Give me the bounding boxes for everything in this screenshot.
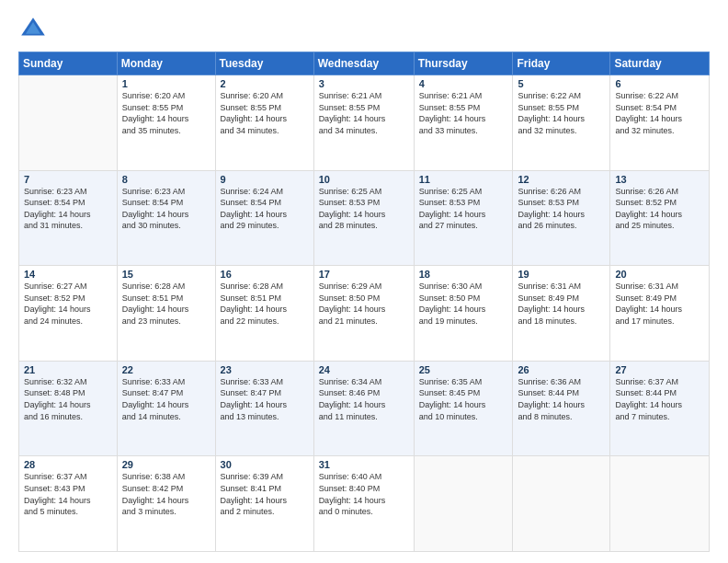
day-info: Sunrise: 6:25 AM Sunset: 8:53 PM Dayligh… (419, 186, 508, 232)
day-info: Sunrise: 6:33 AM Sunset: 8:47 PM Dayligh… (221, 376, 309, 422)
calendar-cell: 5Sunrise: 6:22 AM Sunset: 8:55 PM Daylig… (513, 75, 610, 171)
day-info: Sunrise: 6:28 AM Sunset: 8:51 PM Dayligh… (221, 281, 309, 327)
day-info: Sunrise: 6:34 AM Sunset: 8:46 PM Dayligh… (319, 376, 409, 422)
day-number: 11 (419, 174, 508, 185)
day-of-week-header: Saturday (610, 52, 710, 75)
logo-icon (18, 15, 48, 44)
calendar-cell: 14Sunrise: 6:27 AM Sunset: 8:52 PM Dayli… (19, 266, 118, 362)
day-info: Sunrise: 6:20 AM Sunset: 8:55 PM Dayligh… (122, 90, 210, 136)
day-info: Sunrise: 6:31 AM Sunset: 8:49 PM Dayligh… (615, 281, 704, 327)
day-of-week-header: Sunday (19, 52, 118, 75)
day-number: 6 (615, 78, 704, 89)
calendar-cell (414, 456, 513, 552)
day-number: 20 (615, 269, 704, 280)
calendar-cell: 27Sunrise: 6:37 AM Sunset: 8:44 PM Dayli… (610, 361, 710, 456)
calendar-cell: 13Sunrise: 6:26 AM Sunset: 8:52 PM Dayli… (610, 170, 710, 266)
calendar-cell: 1Sunrise: 6:20 AM Sunset: 8:55 PM Daylig… (117, 75, 215, 171)
day-of-week-header: Thursday (414, 52, 513, 75)
day-number: 12 (518, 174, 605, 185)
day-info: Sunrise: 6:21 AM Sunset: 8:55 PM Dayligh… (419, 90, 508, 136)
logo (18, 15, 51, 44)
day-number: 14 (24, 269, 112, 280)
day-number: 16 (221, 269, 309, 280)
day-number: 29 (122, 459, 210, 470)
day-number: 2 (221, 78, 309, 89)
day-number: 7 (24, 174, 112, 185)
day-info: Sunrise: 6:28 AM Sunset: 8:51 PM Dayligh… (122, 281, 210, 327)
calendar-cell (610, 456, 710, 552)
day-number: 8 (122, 174, 210, 185)
calendar-cell: 11Sunrise: 6:25 AM Sunset: 8:53 PM Dayli… (414, 170, 513, 266)
calendar-cell (19, 75, 118, 171)
day-number: 21 (24, 364, 112, 375)
calendar-cell: 30Sunrise: 6:39 AM Sunset: 8:41 PM Dayli… (215, 456, 313, 552)
calendar-cell: 22Sunrise: 6:33 AM Sunset: 8:47 PM Dayli… (117, 361, 215, 456)
day-number: 9 (221, 174, 309, 185)
day-number: 17 (319, 269, 409, 280)
calendar-cell: 24Sunrise: 6:34 AM Sunset: 8:46 PM Dayli… (313, 361, 414, 456)
day-info: Sunrise: 6:24 AM Sunset: 8:54 PM Dayligh… (221, 186, 309, 232)
day-info: Sunrise: 6:39 AM Sunset: 8:41 PM Dayligh… (221, 471, 309, 517)
calendar-cell: 16Sunrise: 6:28 AM Sunset: 8:51 PM Dayli… (215, 266, 313, 362)
day-info: Sunrise: 6:40 AM Sunset: 8:40 PM Dayligh… (319, 471, 409, 517)
calendar-week-row: 21Sunrise: 6:32 AM Sunset: 8:48 PM Dayli… (19, 361, 710, 456)
calendar-cell: 12Sunrise: 6:26 AM Sunset: 8:53 PM Dayli… (513, 170, 610, 266)
calendar-week-row: 14Sunrise: 6:27 AM Sunset: 8:52 PM Dayli… (19, 266, 710, 362)
calendar-cell: 8Sunrise: 6:23 AM Sunset: 8:54 PM Daylig… (117, 170, 215, 266)
day-number: 4 (419, 78, 508, 89)
day-info: Sunrise: 6:36 AM Sunset: 8:44 PM Dayligh… (518, 376, 605, 422)
calendar-cell (513, 456, 610, 552)
day-number: 27 (615, 364, 704, 375)
day-info: Sunrise: 6:31 AM Sunset: 8:49 PM Dayligh… (518, 281, 605, 327)
day-number: 19 (518, 269, 605, 280)
day-info: Sunrise: 6:32 AM Sunset: 8:48 PM Dayligh… (24, 376, 112, 422)
day-number: 26 (518, 364, 605, 375)
day-info: Sunrise: 6:38 AM Sunset: 8:42 PM Dayligh… (122, 471, 210, 517)
day-of-week-header: Friday (513, 52, 610, 75)
day-number: 24 (319, 364, 409, 375)
day-info: Sunrise: 6:21 AM Sunset: 8:55 PM Dayligh… (319, 90, 409, 136)
calendar-week-row: 28Sunrise: 6:37 AM Sunset: 8:43 PM Dayli… (19, 456, 710, 552)
calendar-cell: 17Sunrise: 6:29 AM Sunset: 8:50 PM Dayli… (313, 266, 414, 362)
calendar-cell: 10Sunrise: 6:25 AM Sunset: 8:53 PM Dayli… (313, 170, 414, 266)
day-info: Sunrise: 6:20 AM Sunset: 8:55 PM Dayligh… (221, 90, 309, 136)
calendar-cell: 26Sunrise: 6:36 AM Sunset: 8:44 PM Dayli… (513, 361, 610, 456)
day-info: Sunrise: 6:35 AM Sunset: 8:45 PM Dayligh… (419, 376, 508, 422)
calendar-cell: 3Sunrise: 6:21 AM Sunset: 8:55 PM Daylig… (313, 75, 414, 171)
day-number: 15 (122, 269, 210, 280)
day-number: 13 (615, 174, 704, 185)
day-info: Sunrise: 6:37 AM Sunset: 8:44 PM Dayligh… (615, 376, 704, 422)
day-of-week-header: Tuesday (215, 52, 313, 75)
day-info: Sunrise: 6:23 AM Sunset: 8:54 PM Dayligh… (122, 186, 210, 232)
calendar-cell: 15Sunrise: 6:28 AM Sunset: 8:51 PM Dayli… (117, 266, 215, 362)
day-info: Sunrise: 6:22 AM Sunset: 8:55 PM Dayligh… (518, 90, 605, 136)
day-number: 1 (122, 78, 210, 89)
calendar-cell: 19Sunrise: 6:31 AM Sunset: 8:49 PM Dayli… (513, 266, 610, 362)
calendar-cell: 28Sunrise: 6:37 AM Sunset: 8:43 PM Dayli… (19, 456, 118, 552)
day-number: 25 (419, 364, 508, 375)
day-info: Sunrise: 6:33 AM Sunset: 8:47 PM Dayligh… (122, 376, 210, 422)
page: SundayMondayTuesdayWednesdayThursdayFrid… (0, 0, 728, 563)
day-info: Sunrise: 6:37 AM Sunset: 8:43 PM Dayligh… (24, 471, 112, 517)
day-number: 28 (24, 459, 112, 470)
day-info: Sunrise: 6:22 AM Sunset: 8:54 PM Dayligh… (615, 90, 704, 136)
header (18, 15, 710, 44)
calendar-cell: 23Sunrise: 6:33 AM Sunset: 8:47 PM Dayli… (215, 361, 313, 456)
day-info: Sunrise: 6:26 AM Sunset: 8:53 PM Dayligh… (518, 186, 605, 232)
calendar-cell: 6Sunrise: 6:22 AM Sunset: 8:54 PM Daylig… (610, 75, 710, 171)
calendar-cell: 4Sunrise: 6:21 AM Sunset: 8:55 PM Daylig… (414, 75, 513, 171)
day-info: Sunrise: 6:23 AM Sunset: 8:54 PM Dayligh… (24, 186, 112, 232)
day-number: 10 (319, 174, 409, 185)
calendar-cell: 18Sunrise: 6:30 AM Sunset: 8:50 PM Dayli… (414, 266, 513, 362)
calendar-cell: 31Sunrise: 6:40 AM Sunset: 8:40 PM Dayli… (313, 456, 414, 552)
day-info: Sunrise: 6:30 AM Sunset: 8:50 PM Dayligh… (419, 281, 508, 327)
day-info: Sunrise: 6:26 AM Sunset: 8:52 PM Dayligh… (615, 186, 704, 232)
day-info: Sunrise: 6:27 AM Sunset: 8:52 PM Dayligh… (24, 281, 112, 327)
calendar-cell: 7Sunrise: 6:23 AM Sunset: 8:54 PM Daylig… (19, 170, 118, 266)
day-number: 3 (319, 78, 409, 89)
calendar-week-row: 1Sunrise: 6:20 AM Sunset: 8:55 PM Daylig… (19, 75, 710, 171)
day-of-week-header: Wednesday (313, 52, 414, 75)
day-number: 5 (518, 78, 605, 89)
day-info: Sunrise: 6:29 AM Sunset: 8:50 PM Dayligh… (319, 281, 409, 327)
day-number: 22 (122, 364, 210, 375)
